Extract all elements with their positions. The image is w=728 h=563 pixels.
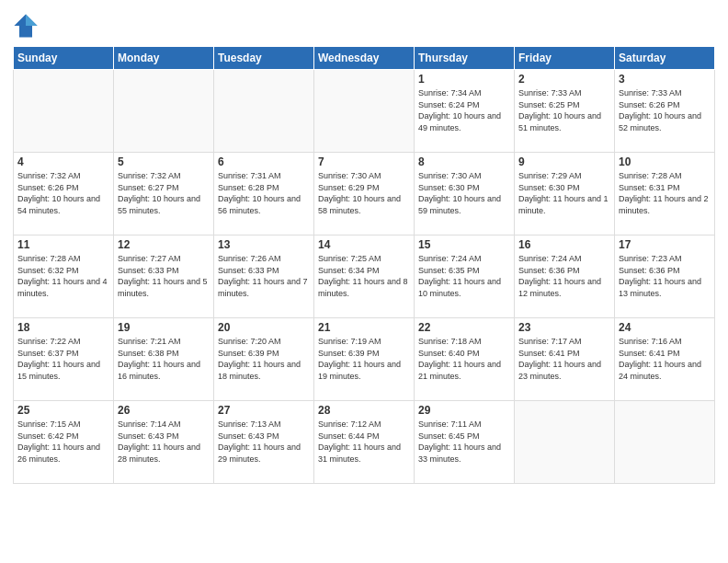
svg-marker-1 bbox=[26, 14, 38, 26]
calendar-cell: 21Sunrise: 7:19 AM Sunset: 6:39 PM Dayli… bbox=[314, 318, 415, 401]
day-number: 27 bbox=[218, 404, 310, 417]
calendar-cell: 6Sunrise: 7:31 AM Sunset: 6:28 PM Daylig… bbox=[214, 153, 314, 236]
calendar-header: SundayMondayTuesdayWednesdayThursdayFrid… bbox=[14, 47, 715, 70]
day-number: 29 bbox=[418, 404, 510, 417]
day-info: Sunrise: 7:28 AM Sunset: 6:32 PM Dayligh… bbox=[17, 253, 109, 299]
calendar-cell: 19Sunrise: 7:21 AM Sunset: 6:38 PM Dayli… bbox=[114, 318, 214, 401]
calendar-cell: 24Sunrise: 7:16 AM Sunset: 6:41 PM Dayli… bbox=[615, 318, 715, 401]
calendar-week-2: 11Sunrise: 7:28 AM Sunset: 6:32 PM Dayli… bbox=[14, 236, 715, 318]
day-info: Sunrise: 7:21 AM Sunset: 6:38 PM Dayligh… bbox=[118, 336, 210, 382]
weekday-header-wednesday: Wednesday bbox=[314, 47, 415, 70]
day-info: Sunrise: 7:34 AM Sunset: 6:24 PM Dayligh… bbox=[418, 87, 510, 133]
calendar-cell: 2Sunrise: 7:33 AM Sunset: 6:25 PM Daylig… bbox=[515, 70, 615, 153]
calendar-cell bbox=[515, 401, 615, 484]
day-info: Sunrise: 7:28 AM Sunset: 6:31 PM Dayligh… bbox=[619, 170, 711, 216]
day-info: Sunrise: 7:22 AM Sunset: 6:37 PM Dayligh… bbox=[17, 336, 109, 382]
weekday-header-thursday: Thursday bbox=[415, 47, 515, 70]
day-number: 19 bbox=[118, 321, 210, 334]
calendar-cell bbox=[114, 70, 214, 153]
logo bbox=[13, 13, 42, 39]
calendar-cell: 22Sunrise: 7:18 AM Sunset: 6:40 PM Dayli… bbox=[415, 318, 515, 401]
day-info: Sunrise: 7:33 AM Sunset: 6:26 PM Dayligh… bbox=[619, 87, 711, 133]
calendar-cell: 13Sunrise: 7:26 AM Sunset: 6:33 PM Dayli… bbox=[214, 236, 314, 318]
day-info: Sunrise: 7:33 AM Sunset: 6:25 PM Dayligh… bbox=[518, 87, 610, 133]
day-number: 16 bbox=[518, 238, 610, 251]
calendar-cell: 17Sunrise: 7:23 AM Sunset: 6:36 PM Dayli… bbox=[615, 236, 715, 318]
day-number: 11 bbox=[17, 238, 109, 251]
day-info: Sunrise: 7:19 AM Sunset: 6:39 PM Dayligh… bbox=[318, 336, 410, 382]
calendar-cell bbox=[14, 70, 114, 153]
day-number: 14 bbox=[318, 238, 410, 251]
day-number: 23 bbox=[518, 321, 610, 334]
day-info: Sunrise: 7:30 AM Sunset: 6:30 PM Dayligh… bbox=[418, 170, 510, 216]
header bbox=[13, 9, 715, 39]
day-number: 21 bbox=[318, 321, 410, 334]
calendar-cell: 14Sunrise: 7:25 AM Sunset: 6:34 PM Dayli… bbox=[314, 236, 415, 318]
calendar-cell: 11Sunrise: 7:28 AM Sunset: 6:32 PM Dayli… bbox=[14, 236, 114, 318]
day-info: Sunrise: 7:26 AM Sunset: 6:33 PM Dayligh… bbox=[218, 253, 310, 299]
calendar-week-0: 1Sunrise: 7:34 AM Sunset: 6:24 PM Daylig… bbox=[14, 70, 715, 153]
day-number: 9 bbox=[518, 155, 610, 168]
day-number: 26 bbox=[118, 404, 210, 417]
calendar-cell: 29Sunrise: 7:11 AM Sunset: 6:45 PM Dayli… bbox=[415, 401, 515, 484]
calendar-cell: 27Sunrise: 7:13 AM Sunset: 6:43 PM Dayli… bbox=[214, 401, 314, 484]
calendar-cell: 28Sunrise: 7:12 AM Sunset: 6:44 PM Dayli… bbox=[314, 401, 415, 484]
calendar-cell bbox=[314, 70, 415, 153]
day-number: 18 bbox=[17, 321, 109, 334]
day-info: Sunrise: 7:25 AM Sunset: 6:34 PM Dayligh… bbox=[318, 253, 410, 299]
day-info: Sunrise: 7:13 AM Sunset: 6:43 PM Dayligh… bbox=[218, 419, 310, 465]
day-info: Sunrise: 7:15 AM Sunset: 6:42 PM Dayligh… bbox=[17, 419, 109, 465]
day-number: 12 bbox=[118, 238, 210, 251]
weekday-header-monday: Monday bbox=[114, 47, 214, 70]
weekday-header-sunday: Sunday bbox=[14, 47, 114, 70]
day-info: Sunrise: 7:12 AM Sunset: 6:44 PM Dayligh… bbox=[318, 419, 410, 465]
calendar-cell: 16Sunrise: 7:24 AM Sunset: 6:36 PM Dayli… bbox=[515, 236, 615, 318]
calendar-cell: 23Sunrise: 7:17 AM Sunset: 6:41 PM Dayli… bbox=[515, 318, 615, 401]
day-number: 17 bbox=[619, 238, 711, 251]
calendar-cell: 4Sunrise: 7:32 AM Sunset: 6:26 PM Daylig… bbox=[14, 153, 114, 236]
day-info: Sunrise: 7:31 AM Sunset: 6:28 PM Dayligh… bbox=[218, 170, 310, 216]
calendar-cell: 12Sunrise: 7:27 AM Sunset: 6:33 PM Dayli… bbox=[114, 236, 214, 318]
calendar-cell: 10Sunrise: 7:28 AM Sunset: 6:31 PM Dayli… bbox=[615, 153, 715, 236]
calendar-cell: 20Sunrise: 7:20 AM Sunset: 6:39 PM Dayli… bbox=[214, 318, 314, 401]
day-info: Sunrise: 7:29 AM Sunset: 6:30 PM Dayligh… bbox=[518, 170, 610, 216]
day-info: Sunrise: 7:16 AM Sunset: 6:41 PM Dayligh… bbox=[619, 336, 711, 382]
day-number: 13 bbox=[218, 238, 310, 251]
day-number: 28 bbox=[318, 404, 410, 417]
calendar-cell: 7Sunrise: 7:30 AM Sunset: 6:29 PM Daylig… bbox=[314, 153, 415, 236]
day-info: Sunrise: 7:27 AM Sunset: 6:33 PM Dayligh… bbox=[118, 253, 210, 299]
calendar-cell: 15Sunrise: 7:24 AM Sunset: 6:35 PM Dayli… bbox=[415, 236, 515, 318]
day-number: 25 bbox=[17, 404, 109, 417]
calendar: SundayMondayTuesdayWednesdayThursdayFrid… bbox=[13, 46, 715, 484]
day-number: 3 bbox=[619, 73, 711, 86]
day-number: 22 bbox=[418, 321, 510, 334]
page: SundayMondayTuesdayWednesdayThursdayFrid… bbox=[0, 0, 728, 563]
day-info: Sunrise: 7:14 AM Sunset: 6:43 PM Dayligh… bbox=[118, 419, 210, 465]
day-number: 6 bbox=[218, 155, 310, 168]
weekday-header-tuesday: Tuesday bbox=[214, 47, 314, 70]
weekday-header-row: SundayMondayTuesdayWednesdayThursdayFrid… bbox=[14, 47, 715, 70]
calendar-cell: 9Sunrise: 7:29 AM Sunset: 6:30 PM Daylig… bbox=[515, 153, 615, 236]
day-number: 7 bbox=[318, 155, 410, 168]
day-number: 10 bbox=[619, 155, 711, 168]
day-number: 5 bbox=[118, 155, 210, 168]
calendar-cell: 8Sunrise: 7:30 AM Sunset: 6:30 PM Daylig… bbox=[415, 153, 515, 236]
calendar-cell: 25Sunrise: 7:15 AM Sunset: 6:42 PM Dayli… bbox=[14, 401, 114, 484]
calendar-cell: 5Sunrise: 7:32 AM Sunset: 6:27 PM Daylig… bbox=[114, 153, 214, 236]
calendar-week-3: 18Sunrise: 7:22 AM Sunset: 6:37 PM Dayli… bbox=[14, 318, 715, 401]
day-info: Sunrise: 7:23 AM Sunset: 6:36 PM Dayligh… bbox=[619, 253, 711, 299]
calendar-cell bbox=[214, 70, 314, 153]
calendar-cell bbox=[615, 401, 715, 484]
day-info: Sunrise: 7:24 AM Sunset: 6:36 PM Dayligh… bbox=[518, 253, 610, 299]
calendar-week-1: 4Sunrise: 7:32 AM Sunset: 6:26 PM Daylig… bbox=[14, 153, 715, 236]
day-info: Sunrise: 7:20 AM Sunset: 6:39 PM Dayligh… bbox=[218, 336, 310, 382]
day-number: 2 bbox=[518, 73, 610, 86]
day-info: Sunrise: 7:17 AM Sunset: 6:41 PM Dayligh… bbox=[518, 336, 610, 382]
day-info: Sunrise: 7:18 AM Sunset: 6:40 PM Dayligh… bbox=[418, 336, 510, 382]
logo-icon bbox=[13, 13, 39, 39]
calendar-cell: 3Sunrise: 7:33 AM Sunset: 6:26 PM Daylig… bbox=[615, 70, 715, 153]
calendar-body: 1Sunrise: 7:34 AM Sunset: 6:24 PM Daylig… bbox=[14, 70, 715, 484]
calendar-cell: 18Sunrise: 7:22 AM Sunset: 6:37 PM Dayli… bbox=[14, 318, 114, 401]
day-number: 24 bbox=[619, 321, 711, 334]
weekday-header-friday: Friday bbox=[515, 47, 615, 70]
